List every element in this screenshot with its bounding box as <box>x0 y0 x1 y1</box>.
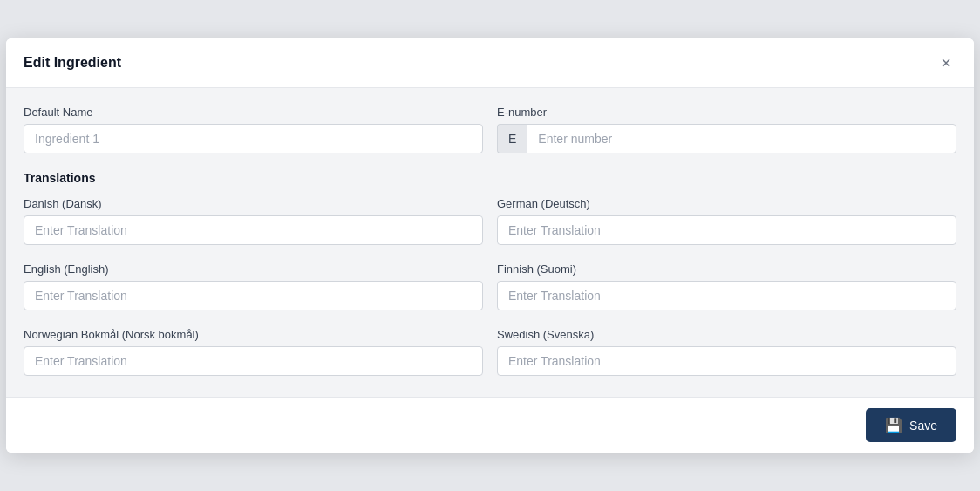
top-form-row: Default Name E-number E <box>24 106 956 153</box>
modal-body: Default Name E-number E Translations Dan… <box>6 88 974 397</box>
modal-title: Edit Ingredient <box>24 55 121 71</box>
translation-group-german: German (Deutsch) <box>497 197 956 245</box>
translation-input-english[interactable] <box>24 281 483 310</box>
default-name-input[interactable] <box>24 124 483 153</box>
default-name-group: Default Name <box>24 106 483 153</box>
enumber-label: E-number <box>497 106 956 119</box>
translation-input-norwegian[interactable] <box>24 346 483 376</box>
translation-label-danish: Danish (Dansk) <box>24 197 483 210</box>
translation-label-swedish: Swedish (Svenska) <box>497 328 956 341</box>
translation-input-finnish[interactable] <box>497 281 956 310</box>
translation-group-danish: Danish (Dansk) <box>24 197 483 245</box>
close-button[interactable]: × <box>936 52 956 73</box>
translation-group-finnish: Finnish (Suomi) <box>497 263 956 310</box>
translation-input-swedish[interactable] <box>497 346 956 376</box>
translation-label-finnish: Finnish (Suomi) <box>497 263 956 276</box>
translation-group-english: English (English) <box>24 263 483 310</box>
translations-section: Translations Danish (Dansk) German (Deut… <box>24 171 956 376</box>
modal-footer: 💾 Save <box>6 397 974 453</box>
translation-group-norwegian: Norwegian Bokmål (Norsk bokmål) <box>24 328 483 376</box>
translations-grid: Danish (Dansk) German (Deutsch) English … <box>24 197 956 376</box>
enumber-prefix: E <box>497 124 527 153</box>
default-name-label: Default Name <box>24 106 483 119</box>
translation-group-swedish: Swedish (Svenska) <box>497 328 956 376</box>
enumber-input[interactable] <box>527 124 956 153</box>
enumber-group: E-number E <box>497 106 956 153</box>
save-button[interactable]: 💾 Save <box>866 408 956 442</box>
modal-header: Edit Ingredient × <box>6 38 974 88</box>
translation-label-norwegian: Norwegian Bokmål (Norsk bokmål) <box>24 328 483 341</box>
save-button-label: Save <box>909 419 937 433</box>
translation-label-english: English (English) <box>24 263 483 276</box>
save-icon: 💾 <box>885 417 902 433</box>
enumber-input-wrap: E <box>497 124 956 153</box>
translation-input-german[interactable] <box>497 215 956 245</box>
translation-input-danish[interactable] <box>24 215 483 245</box>
translation-label-german: German (Deutsch) <box>497 197 956 210</box>
edit-ingredient-modal: Edit Ingredient × Default Name E-number … <box>6 38 974 453</box>
translations-section-title: Translations <box>24 171 956 185</box>
